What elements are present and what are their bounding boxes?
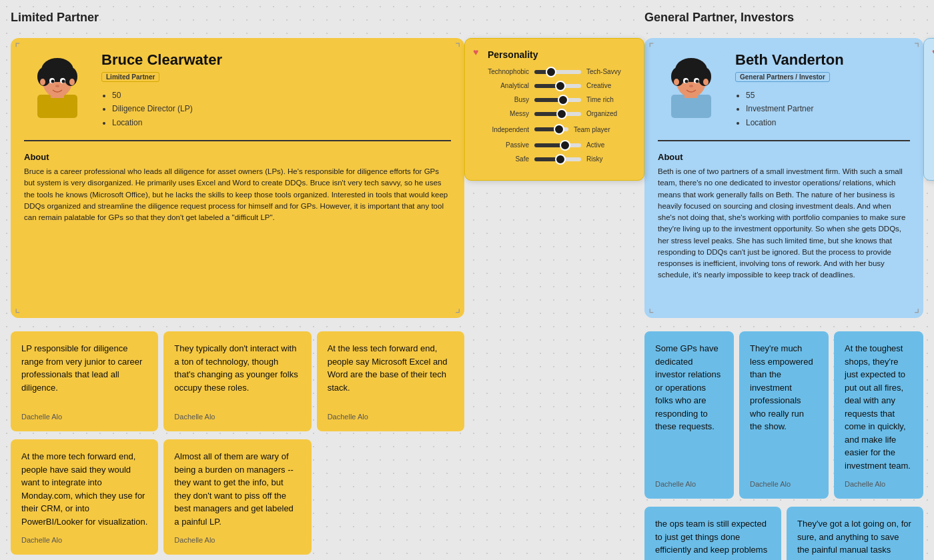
trait-label-left: Messy — [476, 110, 529, 117]
trait-slider — [534, 127, 568, 131]
svg-point-9 — [51, 80, 55, 83]
quote-text: At the toughest shops, they're just expe… — [845, 342, 913, 472]
quote-text: They're much less empowered than the inv… — [750, 342, 818, 472]
quote-author: Dachelle Alo — [21, 536, 147, 544]
left-profile-header: Bruce Clearwater Limited Partner 50 Dili… — [24, 51, 451, 129]
trait-label-left: Safe — [476, 155, 529, 163]
right-profile-info: Beth Vanderton General Partners / Invest… — [735, 51, 910, 129]
right-profile-tag: General Partners / Investor — [735, 72, 830, 82]
svg-point-24 — [696, 80, 699, 83]
trait-slider — [534, 157, 581, 161]
trait-slider — [534, 84, 581, 88]
right-avatar — [658, 51, 725, 118]
left-profile-tag: Limited Partner — [101, 72, 159, 82]
trait-label-right: Active — [586, 141, 633, 149]
svg-point-23 — [685, 80, 688, 83]
trait-label-right: Creative — [586, 82, 633, 89]
svg-point-13 — [69, 79, 75, 85]
trait-label-left: Busy — [476, 96, 529, 103]
quote-text: Almost all of them are wary of being a b… — [174, 450, 300, 528]
svg-point-12 — [40, 79, 45, 85]
trait-slider — [534, 70, 581, 74]
left-profile-info: Bruce Clearwater Limited Partner 50 Dili… — [101, 51, 451, 129]
svg-point-10 — [62, 80, 65, 83]
trait-label-right: Time rich — [586, 96, 633, 103]
right-meta-age: 55 — [746, 89, 910, 102]
left-cards-grid: LP responsible for diligence range from … — [11, 331, 464, 431]
right-corner-bl: ⌞ — [648, 302, 654, 314]
quote-author: Dachelle Alo — [21, 413, 147, 421]
left-about-title: About — [24, 152, 451, 162]
trait-label-left: Passive — [476, 141, 529, 149]
quote-card: At the less tech forward end, people say… — [317, 331, 464, 431]
trait-slider — [534, 98, 581, 102]
left-personality-title: Personality — [476, 49, 633, 60]
quote-text: Some GPs have dedicated investor relatio… — [655, 342, 723, 472]
right-meta-location: Location — [746, 116, 910, 129]
svg-point-25 — [689, 85, 693, 87]
trait-row: SafeRisky — [476, 155, 633, 163]
right-profile-card: ⌜ ⌝ ⌞ ⌟ — [644, 38, 923, 318]
quote-card: They've got a lot going on, for sure, an… — [787, 507, 923, 560]
quote-author: Dachelle Alo — [174, 536, 300, 544]
right-cards-grid-2: the ops team is still expected to just g… — [644, 507, 923, 560]
star-icon: ★ — [624, 124, 633, 135]
corner-tr-decoration: ⌝ — [455, 42, 460, 54]
quote-text: the ops team is still expected to just g… — [655, 517, 771, 560]
trait-label-left: Analytical — [476, 82, 529, 89]
right-about: About Beth is one of two partners of a s… — [658, 152, 910, 305]
trait-row: BusyTime rich — [476, 96, 633, 103]
svg-rect-15 — [671, 95, 711, 118]
svg-point-27 — [703, 79, 709, 85]
right-profile-header: Beth Vanderton General Partners / Invest… — [658, 51, 910, 129]
right-profile-meta: 55 Investment Partner Location — [735, 89, 910, 129]
left-meta-age: 50 — [112, 89, 451, 102]
trait-row: PassiveActive — [476, 141, 633, 149]
trait-label-right: Organized — [586, 110, 633, 117]
left-meta-role: Diligence Director (LP) — [112, 102, 451, 115]
left-profile-card: ⌜ ⌝ ⌞ ⌟ — [11, 38, 464, 318]
trait-row: IndependentTeam player★ — [476, 124, 633, 135]
trait-slider — [534, 143, 581, 147]
quote-text: LP responsible for diligence range from … — [21, 342, 147, 405]
trait-row: AnalyticalCreative — [476, 82, 633, 89]
quote-text: They've got a lot going on, for sure, an… — [797, 517, 913, 560]
quote-card: Some GPs have dedicated investor relatio… — [644, 331, 734, 499]
left-section-title: Limited Partner — [11, 11, 464, 25]
left-divider — [24, 140, 451, 141]
trait-label-left: Technophobic — [476, 68, 529, 75]
quote-card: They typically don't interact with a ton… — [163, 331, 311, 431]
quote-author: Dachelle Alo — [750, 480, 818, 488]
right-corner-tl: ⌜ — [648, 42, 654, 54]
trait-label-right: Risky — [586, 155, 633, 163]
left-traits: TechnophobicTech-SavvyAnalyticalCreative… — [476, 68, 633, 163]
quote-text: They typically don't interact with a ton… — [174, 342, 300, 405]
quote-text: At the less tech forward end, people say… — [328, 342, 454, 405]
right-cards-grid: Some GPs have dedicated investor relatio… — [644, 331, 923, 499]
right-about-title: About — [658, 152, 910, 162]
right-section-title: General Partner, Investors — [644, 11, 923, 25]
quote-card: At the more tech forward end, people hav… — [11, 439, 158, 555]
quote-author: Dachelle Alo — [328, 413, 454, 421]
right-profile-name: Beth Vanderton — [735, 51, 910, 69]
left-cards-grid-2: At the more tech forward end, people hav… — [11, 439, 464, 555]
left-profile-name: Bruce Clearwater — [101, 51, 451, 69]
left-meta-location: Location — [112, 116, 451, 129]
trait-slider — [534, 112, 581, 116]
right-divider — [658, 140, 910, 141]
left-heart-icon: ♥ — [473, 47, 478, 57]
right-meta-role: Investment Partner — [746, 102, 910, 115]
trait-row: TechnophobicTech-Savvy — [476, 68, 633, 75]
left-profile-meta: 50 Diligence Director (LP) Location — [101, 89, 451, 129]
svg-point-26 — [674, 79, 679, 85]
right-personality-panel: ♥ Personality TechnophobicTech-SavvyAnal… — [923, 38, 934, 181]
left-personality-panel: ♥ Personality TechnophobicTech-SavvyAnal… — [464, 38, 644, 181]
trait-label-left: Independent — [476, 126, 529, 133]
quote-text: At the more tech forward end, people hav… — [21, 450, 147, 528]
left-about: About Bruce is a career professional who… — [24, 152, 451, 305]
right-corner-tr: ⌝ — [914, 42, 919, 54]
right-about-text: Beth is one of two partners of a small i… — [658, 166, 910, 281]
quote-card: LP responsible for diligence range from … — [11, 331, 158, 431]
trait-row: MessyOrganized — [476, 110, 633, 117]
corner-bl-decoration: ⌞ — [15, 302, 20, 314]
